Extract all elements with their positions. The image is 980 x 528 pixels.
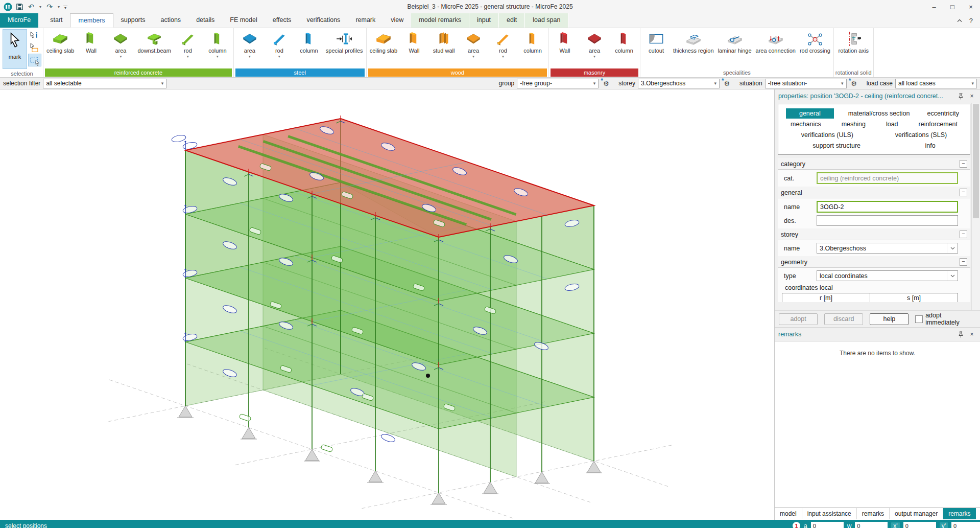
- settings-gear-icon[interactable]: ⚙*: [602, 79, 610, 88]
- minimize-button[interactable]: –: [925, 0, 943, 13]
- ribbon-tab-verifications[interactable]: verifications: [299, 13, 348, 28]
- wood-column-button[interactable]: column: [518, 29, 547, 67]
- properties-scrollbar[interactable]: [971, 103, 980, 310]
- bottom-tab-model[interactable]: model: [775, 508, 802, 519]
- ribbon-tab-fe-model[interactable]: FE model: [222, 13, 265, 28]
- mark-region-button[interactable]: [28, 41, 40, 53]
- ribbon-tab-effects[interactable]: effects: [265, 13, 299, 28]
- ribbon-tab-load-span[interactable]: load span: [525, 13, 568, 28]
- group-combo[interactable]: -free group-▾: [517, 79, 599, 88]
- properties-tab-load[interactable]: load: [883, 119, 901, 129]
- ribbon-tab-microfe[interactable]: MicroFe: [0, 13, 38, 28]
- bottom-tab-remarks[interactable]: remarks: [857, 508, 890, 519]
- wood-wall-button[interactable]: Wall: [400, 29, 428, 67]
- masonry-column-button[interactable]: column: [610, 29, 638, 67]
- bottom-tab-input-assistance[interactable]: input assistance: [802, 508, 857, 519]
- type-field[interactable]: local coordinates: [817, 270, 958, 281]
- masonry-wall-button[interactable]: Wall: [551, 29, 579, 67]
- close-icon[interactable]: ×: [968, 92, 976, 100]
- properties-tab-verifications-sls-[interactable]: verifications (SLS): [892, 130, 950, 140]
- ribbon-tab-members[interactable]: members: [70, 13, 113, 28]
- des-field[interactable]: [817, 215, 958, 226]
- steel-rod-button[interactable]: rod▾: [265, 29, 294, 67]
- properties-tab-info[interactable]: info: [922, 141, 939, 151]
- ribbon-tab-supports[interactable]: supports: [113, 13, 153, 28]
- collapse-section-icon[interactable]: −: [960, 231, 967, 238]
- wood-stud-wall-button[interactable]: stud wall: [429, 29, 458, 67]
- specialities-thickness-region-button[interactable]: thickness region: [672, 29, 715, 67]
- adopt-immediately-checkbox[interactable]: adopt immediately: [915, 312, 976, 326]
- properties-tab-mechanics[interactable]: mechanics: [787, 119, 824, 129]
- status-input-w[interactable]: 0: [855, 522, 888, 528]
- settings-gear-icon[interactable]: ⚙*: [723, 79, 731, 88]
- help-icon[interactable]: ?: [969, 17, 973, 25]
- checkbox-icon[interactable]: [915, 315, 923, 323]
- specialities-laminar-hinge-button[interactable]: laminar hinge: [716, 29, 753, 67]
- ribbon-tab-model-remarks[interactable]: model remarks: [411, 13, 469, 28]
- close-icon[interactable]: ×: [968, 330, 976, 338]
- collapse-section-icon[interactable]: −: [960, 160, 967, 168]
- structure-model-3d[interactable]: [0, 89, 774, 520]
- load-case-combo[interactable]: all load cases▾: [895, 79, 977, 88]
- pin-icon[interactable]: [957, 330, 965, 338]
- name-field[interactable]: 3OGD-2: [817, 201, 958, 213]
- ribbon-tab-edit[interactable]: edit: [499, 13, 525, 28]
- properties-tab-eccentricity[interactable]: eccentricity: [924, 108, 962, 119]
- wood-ceiling-slab-button[interactable]: ceiling slab: [368, 29, 399, 67]
- scrollbar-thumb[interactable]: [973, 104, 979, 218]
- pin-icon[interactable]: [957, 92, 965, 100]
- rotational-solid-rotation-axis-button[interactable]: rotation axis: [837, 29, 870, 67]
- ribbon-tab-start[interactable]: start: [42, 13, 70, 28]
- ribbon-tab-details[interactable]: details: [188, 13, 222, 28]
- maximize-button[interactable]: □: [943, 0, 962, 13]
- selection-filter-combo[interactable]: all selectable▾: [43, 79, 166, 88]
- steel-special-profiles-button[interactable]: special profiles: [324, 29, 365, 67]
- collapse-section-icon[interactable]: −: [960, 189, 967, 196]
- specialities-rod-crossing-button[interactable]: rod crossing: [798, 29, 832, 67]
- cat-field[interactable]: ceiling (reinforced concrete): [817, 172, 958, 184]
- reinforced-concrete-wall-button[interactable]: Wall: [77, 29, 105, 67]
- mark-rectangle-button[interactable]: [28, 54, 41, 66]
- mark-info-button[interactable]: [28, 29, 40, 41]
- settings-gear-icon[interactable]: ⚙*: [850, 79, 858, 88]
- redo-icon[interactable]: ↷: [45, 2, 54, 11]
- redo-dropdown-icon[interactable]: ▾: [57, 2, 61, 11]
- coordinates-table[interactable]: r [m]s [m]00: [782, 293, 958, 302]
- properties-tab-reinforcement[interactable]: reinforcement: [916, 119, 961, 129]
- properties-tab-meshing[interactable]: meshing: [839, 119, 869, 129]
- ribbon-tab-remark[interactable]: remark: [348, 13, 383, 28]
- status-input-x[interactable]: 0: [903, 522, 936, 528]
- specialities-cutout-button[interactable]: cutout: [642, 29, 671, 67]
- steel-column-button[interactable]: column: [295, 29, 323, 67]
- save-icon[interactable]: [15, 2, 24, 11]
- storey-combo[interactable]: 3.Obergeschoss▾: [638, 79, 720, 88]
- situation-combo[interactable]: -free situation-▾: [765, 79, 847, 88]
- masonry-area-button[interactable]: area▾: [580, 29, 609, 67]
- properties-tab-general[interactable]: general: [786, 108, 834, 119]
- ribbon-tab-view[interactable]: view: [383, 13, 411, 28]
- undo-icon[interactable]: ↶: [27, 2, 36, 11]
- properties-tab-verifications-uls-[interactable]: verifications (ULS): [798, 130, 856, 140]
- model-3d-viewport[interactable]: [0, 89, 775, 520]
- steel-area-button[interactable]: area▾: [235, 29, 264, 67]
- discard-button[interactable]: discard: [824, 313, 863, 325]
- mark-button[interactable]: mark: [3, 29, 27, 69]
- name-field[interactable]: 3.Obergeschoss: [817, 243, 958, 254]
- reinforced-concrete-column-button[interactable]: column▾: [203, 29, 232, 67]
- reinforced-concrete-rod-button[interactable]: rod▾: [174, 29, 202, 67]
- status-input-a[interactable]: 0: [811, 522, 844, 528]
- ribbon-tab-input[interactable]: input: [469, 13, 499, 28]
- properties-tab-support-structure[interactable]: support structure: [809, 141, 864, 151]
- help-button[interactable]: help: [870, 313, 909, 325]
- reinforced-concrete-downst-beam-button[interactable]: downst.beam: [136, 29, 172, 67]
- status-input-y[interactable]: 0: [951, 522, 980, 528]
- bottom-tab-output-manager[interactable]: output manager: [890, 508, 943, 519]
- wood-area-button[interactable]: area▾: [459, 29, 488, 67]
- reinforced-concrete-ceiling-slab-button[interactable]: ceiling slab: [45, 29, 76, 67]
- wood-rod-button[interactable]: rod▾: [489, 29, 517, 67]
- properties-tab-material-cross-section[interactable]: material/cross section: [845, 108, 913, 119]
- reinforced-concrete-area-button[interactable]: area▾: [106, 29, 135, 67]
- ribbon-tab-actions[interactable]: actions: [153, 13, 189, 28]
- undo-dropdown-icon[interactable]: ▾: [38, 2, 42, 11]
- bottom-tab-remarks[interactable]: remarks: [943, 508, 975, 519]
